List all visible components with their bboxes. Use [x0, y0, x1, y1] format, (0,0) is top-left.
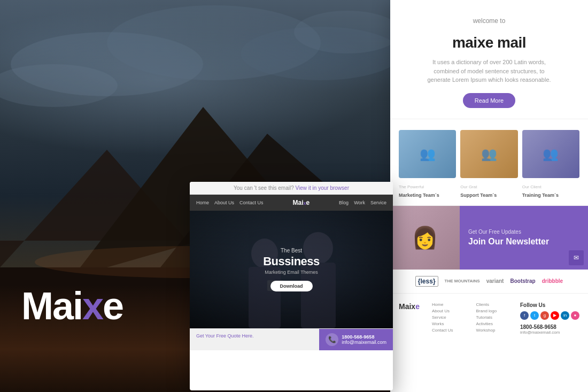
- team-label-1: The Powerful Marketing Team´s: [399, 185, 456, 199]
- twitter-icon[interactable]: t: [530, 311, 539, 320]
- partner-variant: variant: [486, 278, 504, 284]
- partner-dribbble: dribbble: [542, 278, 563, 284]
- team-photo-3: [522, 130, 579, 178]
- youtube-icon[interactable]: ▶: [551, 311, 559, 320]
- newsletter-image: [390, 206, 460, 270]
- team-label-3: Our Client Training Team´s: [522, 185, 579, 199]
- email-preview-left-card: You can 't see this email? View it in yo…: [190, 182, 393, 390]
- team-labels: The Powerful Marketing Team´s Our Grat S…: [390, 182, 588, 205]
- email-hero: The Best Bussiness Marketing Email Theme…: [190, 211, 393, 328]
- email-nav: Home About Us Contact Us Maixe Blog Work…: [190, 195, 393, 211]
- email-preview-right-card: welcome to maixe mail It uses a dictiona…: [390, 0, 588, 392]
- team-photos-section: [390, 119, 588, 182]
- read-more-button[interactable]: Read More: [463, 93, 515, 108]
- social-icons: f t g ▶ in ●: [520, 311, 579, 320]
- download-button[interactable]: Download: [270, 281, 313, 291]
- main-brand-logo: Maixe: [21, 284, 123, 328]
- email-hero-content: The Best Bussiness Marketing Email Theme…: [263, 248, 320, 291]
- linkedin-icon[interactable]: in: [561, 311, 569, 320]
- partner-mountains: THE MOUNTAINS: [445, 279, 480, 283]
- welcome-section: welcome to maixe mail It uses a dictiona…: [390, 0, 588, 119]
- partners-section: {less} THE MOUNTAINS variant Bootstrap d…: [390, 270, 588, 294]
- dribbble-icon[interactable]: ●: [571, 311, 579, 320]
- email-footer-contact: 📞 1800-568-9658 info@maixemail.com: [319, 329, 393, 350]
- footer-section: Maixe Home About Us Service Works Contac…: [390, 294, 588, 343]
- view-in-browser-link[interactable]: View it in your browser: [296, 185, 349, 191]
- email-footer-quote: Get Your Free Quote Here.: [190, 329, 319, 350]
- footer-col-1: Home About Us Service Works Contact Us: [432, 302, 470, 335]
- footer-follow: Follow Us f t g ▶ in ● 1800-568-9658 inf…: [520, 302, 579, 335]
- email-icon: ✉: [569, 250, 584, 265]
- partner-bootstrap: Bootstrap: [510, 278, 535, 284]
- team-label-2: Our Grat Support Team´s: [460, 185, 517, 199]
- newsletter-section: Get Our Free Updates Join Our Newsletter: [390, 205, 588, 270]
- partner-less: {less}: [415, 276, 438, 287]
- email-top-bar: You can 't see this email? View it in yo…: [190, 182, 393, 195]
- newsletter-wrapper: Get Our Free Updates Join Our Newsletter…: [390, 205, 588, 270]
- footer-col-2: Clients Brand logo Tutorials Activities …: [476, 302, 514, 335]
- phone-icon: 📞: [326, 333, 338, 346]
- facebook-icon[interactable]: f: [520, 311, 529, 320]
- googleplus-icon[interactable]: g: [540, 311, 549, 320]
- footer-brand: Maixe: [399, 302, 425, 335]
- email-nav-brand: Maixe: [292, 199, 310, 206]
- team-photo-1: [399, 130, 456, 178]
- email-footer-bar: Get Your Free Quote Here. 📞 1800-568-965…: [190, 328, 393, 350]
- team-photo-2: [460, 130, 517, 178]
